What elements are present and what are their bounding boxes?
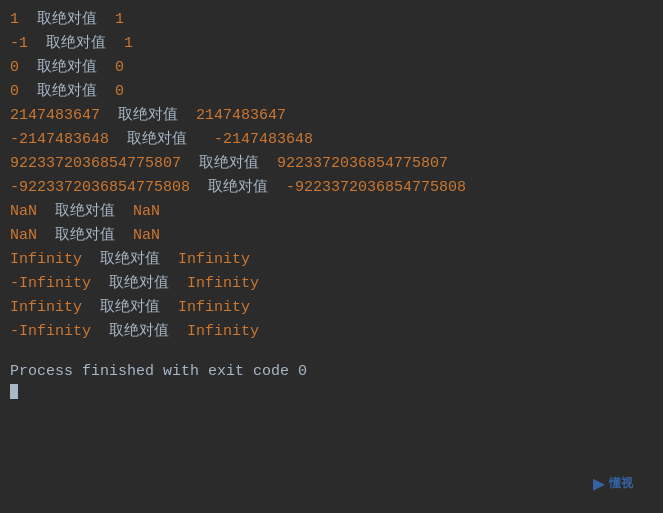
process-finished-text: Process finished with exit code 0 bbox=[10, 363, 307, 380]
cursor bbox=[10, 384, 18, 399]
input-value-8: -9223372036854775808 bbox=[10, 176, 190, 200]
input-value-13: Infinity bbox=[10, 296, 82, 320]
input-value-12: -Infinity bbox=[10, 272, 91, 296]
console-line-4: 0 取绝对值 0 bbox=[10, 80, 653, 104]
input-value-1: 1 bbox=[10, 8, 19, 32]
input-value-14: -Infinity bbox=[10, 320, 91, 344]
input-value-7: 9223372036854775807 bbox=[10, 152, 181, 176]
output-value-1: 1 bbox=[115, 8, 124, 32]
output-value-7: 9223372036854775807 bbox=[277, 152, 448, 176]
console-line-5: 2147483647 取绝对值 2147483647 bbox=[10, 104, 653, 128]
watermark: ▶ 懂视 bbox=[573, 463, 653, 503]
keyword-6: 取绝对值 bbox=[109, 128, 214, 152]
input-value-4: 0 bbox=[10, 80, 19, 104]
console-line-14: -Infinity 取绝对值 Infinity bbox=[10, 320, 653, 344]
keyword-9: 取绝对值 bbox=[37, 200, 133, 224]
keyword-14: 取绝对值 bbox=[91, 320, 187, 344]
console-line-10: NaN 取绝对值 NaN bbox=[10, 224, 653, 248]
process-finished-line: Process finished with exit code 0 bbox=[10, 360, 653, 384]
keyword-10: 取绝对值 bbox=[37, 224, 133, 248]
output-value-5: 2147483647 bbox=[196, 104, 286, 128]
console-line-8: -9223372036854775808 取绝对值 -9223372036854… bbox=[10, 176, 653, 200]
input-value-3: 0 bbox=[10, 56, 19, 80]
output-value-14: Infinity bbox=[187, 320, 259, 344]
output-value-8: -9223372036854775808 bbox=[286, 176, 466, 200]
console-line-6: -2147483648 取绝对值 -2147483648 bbox=[10, 128, 653, 152]
output-value-4: 0 bbox=[115, 80, 124, 104]
keyword-3: 取绝对值 bbox=[19, 56, 115, 80]
console-line-9: NaN 取绝对值 NaN bbox=[10, 200, 653, 224]
output-value-9: NaN bbox=[133, 200, 160, 224]
console-output: 1 取绝对值 1 -1 取绝对值 1 0 取绝对值 0 0 取绝对值 0 214… bbox=[0, 0, 663, 407]
console-line-13: Infinity 取绝对值 Infinity bbox=[10, 296, 653, 320]
input-value-5: 2147483647 bbox=[10, 104, 100, 128]
keyword-2: 取绝对值 bbox=[28, 32, 124, 56]
console-line-12: -Infinity 取绝对值 Infinity bbox=[10, 272, 653, 296]
output-value-11: Infinity bbox=[178, 248, 250, 272]
console-line-11: Infinity 取绝对值 Infinity bbox=[10, 248, 653, 272]
keyword-8: 取绝对值 bbox=[190, 176, 286, 200]
watermark-icon: ▶ bbox=[593, 471, 605, 496]
output-value-2: 1 bbox=[124, 32, 133, 56]
output-value-12: Infinity bbox=[187, 272, 259, 296]
console-line-1: 1 取绝对值 1 bbox=[10, 8, 653, 32]
keyword-1: 取绝对值 bbox=[19, 8, 115, 32]
keyword-4: 取绝对值 bbox=[19, 80, 115, 104]
keyword-11: 取绝对值 bbox=[82, 248, 178, 272]
input-value-11: Infinity bbox=[10, 248, 82, 272]
keyword-12: 取绝对值 bbox=[91, 272, 187, 296]
keyword-7: 取绝对值 bbox=[181, 152, 277, 176]
output-value-10: NaN bbox=[133, 224, 160, 248]
keyword-13: 取绝对值 bbox=[82, 296, 178, 320]
console-line-3: 0 取绝对值 0 bbox=[10, 56, 653, 80]
output-value-3: 0 bbox=[115, 56, 124, 80]
input-value-6: -2147483648 bbox=[10, 128, 109, 152]
input-value-9: NaN bbox=[10, 200, 37, 224]
output-value-6: -2147483648 bbox=[214, 128, 313, 152]
output-value-13: Infinity bbox=[178, 296, 250, 320]
console-line-7: 9223372036854775807 取绝对值 922337203685477… bbox=[10, 152, 653, 176]
input-value-2: -1 bbox=[10, 32, 28, 56]
keyword-5: 取绝对值 bbox=[100, 104, 196, 128]
input-value-10: NaN bbox=[10, 224, 37, 248]
cursor-line bbox=[10, 384, 653, 399]
watermark-text: 懂视 bbox=[609, 475, 633, 492]
console-line-2: -1 取绝对值 1 bbox=[10, 32, 653, 56]
